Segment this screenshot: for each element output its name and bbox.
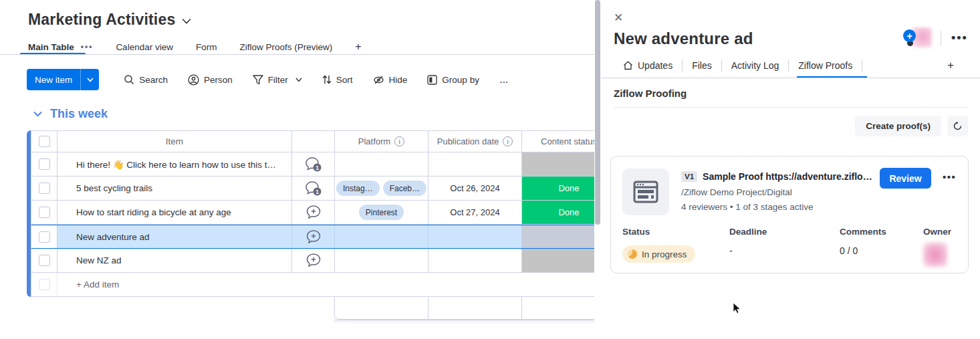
group-title[interactable]: This week [50,107,108,121]
tab-ziflow-proofs-preview[interactable]: Ziflow Proofs (Preview) [239,39,332,59]
platform-cell[interactable] [335,152,428,176]
group-by-button[interactable]: Group by [420,69,487,90]
date-cell[interactable] [428,249,522,272]
column-header-content-status[interactable]: Content status [522,131,595,152]
hide-button[interactable]: Hide [366,69,415,90]
conversation-cell[interactable]: 1 [292,152,335,176]
add-subscriber-icon[interactable]: + [903,29,916,42]
person-icon [188,74,199,86]
table-row-selected[interactable]: New adventure ad [31,225,595,249]
panel-title[interactable]: New adventure ad [614,29,753,48]
chat-badge-icon: 1 [305,156,322,173]
row-checkbox[interactable] [39,231,50,243]
toolbar-more-button[interactable]: … [492,69,517,90]
column-header-item[interactable]: Item [57,131,292,152]
column-header-publication-date[interactable]: Publication datei [428,131,522,152]
version-badge: V1 [681,171,697,182]
board-title[interactable]: Marketing Activities [28,11,191,29]
conversation-cell[interactable] [292,225,335,248]
conversation-cell[interactable] [292,249,335,272]
platform-chip[interactable]: Faceb… [383,181,426,196]
platform-chip[interactable]: Instag… [336,181,380,196]
group-collapse-icon[interactable] [33,111,42,117]
table-row[interactable]: New NZ ad [31,249,595,273]
new-item-dropdown[interactable] [80,69,99,90]
scrollbar-thumb[interactable] [595,0,600,225]
status-cell[interactable] [522,249,595,272]
subscribers-cluster[interactable]: + [905,27,933,49]
platform-chip[interactable]: Pinterest [359,205,404,220]
new-item-label: New item [27,69,80,90]
chat-add-icon [305,205,322,220]
chevron-down-icon [87,78,94,82]
status-cell[interactable] [522,225,595,248]
panel-tabbar-divider [601,78,980,78]
info-icon[interactable]: i [394,136,404,146]
group-by-icon [427,75,437,85]
status-cell[interactable]: Done [522,201,595,224]
tab-activity-log[interactable]: Activity Log [722,58,789,79]
table-header-row: Item Platformi Publication datei Content… [31,130,595,152]
date-cell[interactable] [428,152,522,176]
item-name[interactable]: New NZ ad [57,249,292,272]
row-checkbox[interactable] [39,158,50,170]
section-title: Ziflow Proofing [614,88,687,99]
status-cell[interactable]: Done [522,177,595,200]
add-panel-tab-button[interactable]: + [947,59,954,72]
table-row[interactable]: 5 best cycling trails 1 Instag… Faceb… O… [31,177,595,201]
platform-cell[interactable]: Instag… Faceb… [335,177,428,200]
section-divider [614,107,968,108]
proof-more-icon[interactable]: ••• [943,171,956,183]
tab-calendar-view[interactable]: Calendar view [116,39,173,59]
row-checkbox[interactable] [39,255,50,266]
table-row[interactable]: How to start riding a bicycle at any age… [31,201,595,225]
select-all-checkbox[interactable] [39,136,50,147]
filter-button[interactable]: Filter [245,69,310,90]
board-table: Item Platformi Publication datei Content… [27,130,595,324]
board-vertical-scrollbar[interactable] [594,0,601,339]
tab-options-icon[interactable]: ••• [81,42,94,51]
close-icon[interactable]: ✕ [614,12,623,23]
platform-cell[interactable] [335,225,428,248]
proof-thumbnail[interactable] [622,168,669,215]
tab-form[interactable]: Form [196,39,217,59]
info-icon[interactable]: i [503,136,513,146]
item-name[interactable]: New adventure ad [57,225,292,248]
tab-updates[interactable]: Updates [614,58,682,79]
add-view-button[interactable]: + [355,38,361,60]
refresh-button[interactable] [947,116,968,136]
item-name[interactable]: 5 best cycling trails [57,177,292,200]
date-cell[interactable]: Oct 27, 2024 [428,201,522,224]
new-item-button[interactable]: New item [27,69,99,90]
date-cell[interactable]: Oct 26, 2024 [428,177,522,200]
sort-icon [322,74,332,85]
deadline-value: - [729,245,840,267]
panel-more-icon[interactable]: ••• [951,31,968,45]
platform-cell[interactable]: Pinterest [335,201,428,224]
chevron-down-icon[interactable] [295,78,302,82]
eye-slash-icon [373,75,384,85]
status-label: Status [622,227,729,237]
date-cell[interactable] [428,225,522,248]
conversation-cell[interactable]: 1 [292,177,335,200]
proof-title[interactable]: Sample Proof https://adventure.ziflo… [703,171,872,182]
column-header-platform[interactable]: Platformi [335,131,428,152]
conversation-cell[interactable] [292,201,335,224]
item-name[interactable]: How to start riding a bicycle at any age [57,201,292,224]
person-filter-button[interactable]: Person [180,69,240,90]
sort-button[interactable]: Sort [315,69,360,90]
row-checkbox[interactable] [39,207,50,218]
tab-main-table[interactable]: Main Table ••• [28,39,93,59]
owner-avatar[interactable] [923,243,947,267]
item-name[interactable]: Hi there! 👋 Click here to learn how to u… [57,152,292,176]
review-button[interactable]: Review [880,168,931,189]
search-button[interactable]: Search [116,69,175,90]
row-checkbox[interactable] [39,183,50,194]
platform-cell[interactable] [335,249,428,272]
tab-files[interactable]: Files [683,58,721,79]
add-item-button[interactable]: + Add item [76,279,119,290]
table-row[interactable]: Hi there! 👋 Click here to learn how to u… [31,152,595,177]
create-proofs-button[interactable]: Create proof(s) [855,116,941,136]
status-cell[interactable] [522,152,595,176]
add-item-row[interactable]: + Add item [31,273,595,297]
